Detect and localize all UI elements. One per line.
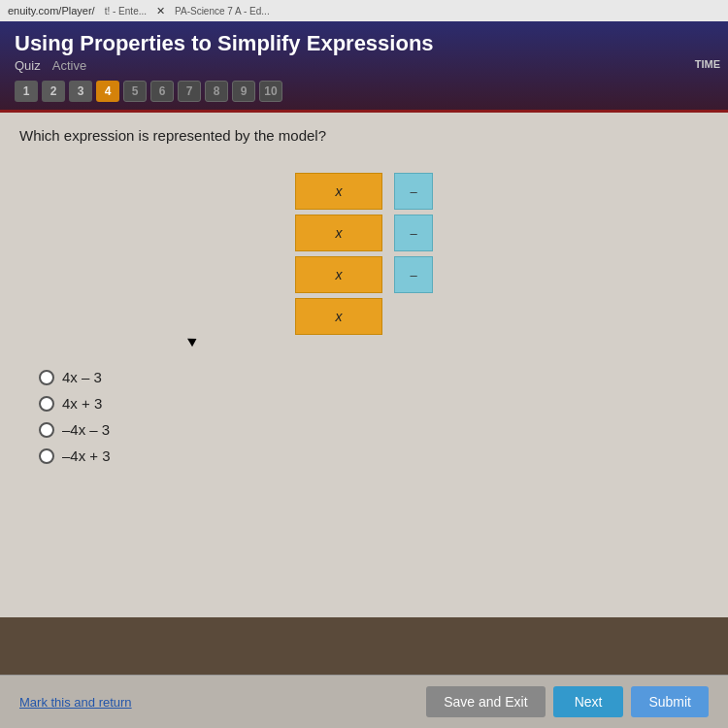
- browser-bar: enuity.com/Player/ t! - Ente... ✕ PA-Sci…: [0, 0, 728, 21]
- orange-block-3: x: [295, 256, 382, 293]
- blue-block-1: –: [394, 173, 433, 210]
- radio-b[interactable]: [39, 396, 54, 412]
- submit-button[interactable]: Submit: [631, 686, 709, 717]
- radio-a[interactable]: [39, 370, 54, 385]
- quiz-status: Quiz Active: [15, 58, 713, 73]
- browser-url: enuity.com/Player/: [8, 5, 95, 17]
- active-badge: Active: [52, 58, 86, 73]
- answer-option-d[interactable]: –4x + 3: [39, 447, 709, 464]
- q-num-9[interactable]: 9: [232, 81, 255, 102]
- q-num-2[interactable]: 2: [42, 81, 65, 102]
- q-num-7[interactable]: 7: [178, 81, 201, 102]
- q-num-10[interactable]: 10: [259, 81, 282, 102]
- page-title: Using Properties to Simplify Expressions: [15, 31, 713, 56]
- q-num-4[interactable]: 4: [96, 81, 119, 102]
- answer-label-c: –4x – 3: [62, 421, 110, 438]
- radio-c[interactable]: [39, 422, 54, 438]
- answer-choices: 4x – 3 4x + 3 –4x – 3 –4x + 3: [39, 369, 709, 464]
- answer-label-a: 4x – 3: [62, 369, 102, 385]
- orange-block-1: x: [295, 173, 382, 210]
- content-area: Which expression is represented by the m…: [0, 113, 728, 617]
- q-num-3[interactable]: 3: [69, 81, 92, 102]
- answer-label-b: 4x + 3: [62, 395, 102, 412]
- q-num-5[interactable]: 5: [123, 81, 147, 102]
- quiz-label: Quiz: [15, 58, 41, 73]
- answer-option-b[interactable]: 4x + 3: [39, 395, 709, 412]
- model-area: x x x x – – –: [19, 163, 709, 345]
- radio-d[interactable]: [39, 448, 54, 464]
- orange-block-4: x: [295, 298, 382, 335]
- q-num-1[interactable]: 1: [15, 81, 38, 102]
- blue-blocks-group: – – –: [394, 173, 433, 293]
- footer-buttons: Save and Exit Next Submit: [426, 686, 709, 717]
- next-button[interactable]: Next: [553, 686, 624, 717]
- answer-option-a[interactable]: 4x – 3: [39, 369, 709, 385]
- q-num-8[interactable]: 8: [205, 81, 228, 102]
- mark-return-link[interactable]: Mark this and return: [19, 695, 132, 710]
- save-exit-button[interactable]: Save and Exit: [426, 686, 545, 717]
- q-num-6[interactable]: 6: [150, 81, 174, 102]
- orange-block-2: x: [295, 215, 382, 251]
- header-bar: Using Properties to Simplify Expressions…: [0, 21, 728, 113]
- answer-option-c[interactable]: –4x – 3: [39, 421, 709, 438]
- answer-label-d: –4x + 3: [62, 447, 111, 464]
- footer: Mark this and return Save and Exit Next …: [0, 675, 728, 728]
- timer-label: TIME: [695, 58, 720, 70]
- browser-tab-separator: ✕: [156, 5, 165, 17]
- orange-blocks-group: x x x x: [295, 173, 382, 335]
- question-nav: 1 2 3 4 5 6 7 8 9 10: [15, 81, 713, 102]
- blue-block-3: –: [394, 256, 433, 293]
- blue-block-2: –: [394, 215, 433, 251]
- timer-area: TIME: [695, 58, 720, 70]
- question-text: Which expression is represented by the m…: [19, 127, 709, 144]
- browser-tab-1[interactable]: t! - Ente...: [105, 6, 147, 17]
- browser-tab-2[interactable]: PA-Science 7 A - Ed...: [175, 6, 270, 17]
